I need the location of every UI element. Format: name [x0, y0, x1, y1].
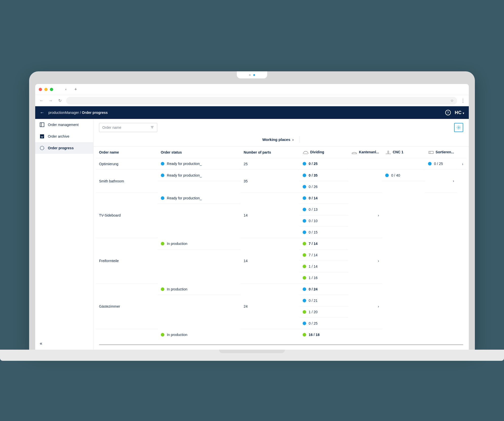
status-label: Ready for production_: [167, 162, 202, 166]
filter-order-name[interactable]: Order name: [99, 123, 157, 132]
horizontal-scroll-track[interactable]: [99, 344, 463, 345]
sidebar-collapse-icon[interactable]: «: [40, 341, 42, 346]
brand-menu[interactable]: HC▾: [455, 110, 464, 115]
progress-value: 7 / 14: [309, 242, 318, 246]
progress-value: 0 / 24: [309, 287, 318, 291]
table-wrap[interactable]: Order name Order status Number of parts …: [96, 146, 466, 338]
progress-dot-icon: [303, 253, 306, 257]
tab-close-icon[interactable]: ×: [65, 88, 67, 91]
cell-num-parts: 25: [241, 158, 300, 170]
cell-order-status: Ready for production_: [158, 158, 241, 170]
browser-tab[interactable]: ×: [58, 86, 70, 94]
chevron-right-icon: ›: [453, 179, 454, 183]
settings-button[interactable]: [454, 123, 463, 132]
sidebar-item-label: Order archive: [48, 134, 69, 138]
cell-progress: 0 / 25: [300, 158, 348, 170]
svg-rect-0: [40, 123, 44, 127]
table-row[interactable]: FreiformteileIn production147 / 147 / 14…: [96, 238, 466, 284]
tabbar: Working places ›: [93, 136, 469, 146]
col-order-status[interactable]: Order status: [158, 146, 241, 158]
breadcrumb-root[interactable]: productionManager: [48, 111, 79, 115]
browser-tabstrip: × +: [35, 84, 469, 95]
sidebar-item-order-management[interactable]: Order management: [35, 119, 93, 131]
cell-num-parts: 35: [241, 170, 300, 193]
tab-working-places[interactable]: Working places ›: [262, 137, 294, 142]
status-dot-icon: [161, 242, 164, 245]
progress-dot-icon: [303, 299, 306, 302]
svg-rect-11: [388, 151, 389, 153]
laptop-notch: [237, 71, 267, 78]
progress-dot-icon: [303, 276, 306, 280]
window-minimize-icon[interactable]: [44, 88, 48, 91]
progress-value: 16 / 18: [309, 333, 320, 337]
nav-back-icon[interactable]: ←: [39, 98, 44, 103]
sidebar-item-order-archive[interactable]: Order archive: [35, 131, 93, 142]
window-maximize-icon[interactable]: [50, 88, 53, 91]
progress-dot-icon: [428, 162, 432, 165]
status-label: Ready for production_: [167, 173, 202, 177]
nav-forward-icon[interactable]: →: [48, 98, 53, 103]
cell-progress: 0 / 14: [300, 193, 348, 204]
sidebar-item-order-progress[interactable]: Order progress: [35, 142, 93, 154]
progress-dot-icon: [303, 208, 306, 211]
col-station-cnc1[interactable]: CNC 1: [382, 146, 425, 158]
nav-reload-icon[interactable]: ↻: [57, 98, 63, 103]
cell-progress: 16 / 18: [300, 329, 348, 338]
row-expand-button[interactable]: ›: [348, 193, 382, 238]
archive-icon: [40, 134, 44, 139]
row-expand-button[interactable]: ›: [425, 170, 457, 193]
cell-order-status: In production: [158, 238, 241, 249]
row-expand-button[interactable]: ›: [457, 158, 466, 170]
table-row[interactable]: Smith bathroomReady for production_350 /…: [96, 170, 466, 193]
url-field[interactable]: ☆: [66, 97, 457, 104]
cell-progress: 0 / 15: [300, 227, 348, 238]
status-dot-icon: [161, 162, 164, 165]
row-expand-button[interactable]: ›: [348, 284, 382, 329]
col-order-name[interactable]: Order name: [96, 146, 158, 158]
col-station-kantenanl[interactable]: Kantenanl...: [348, 146, 382, 158]
table-row[interactable]: GästezimmerIn production240 / 240 / 211 …: [96, 284, 466, 329]
status-label: In production: [167, 287, 187, 291]
cell-progress: 0 / 24: [300, 284, 348, 295]
help-icon[interactable]: ?: [445, 110, 451, 115]
cell-progress: [348, 170, 382, 193]
screen: × + ← → ↻ ☆ ⋮ ← productionManager / Orde…: [35, 84, 469, 350]
window-close-icon[interactable]: [39, 88, 42, 91]
progress-value: 0 / 14: [309, 196, 318, 200]
cell-order-name: Gästezimmer: [96, 284, 158, 329]
progress-dot-icon: [303, 310, 306, 314]
col-station-sortieren[interactable]: Sortieren...: [425, 146, 457, 158]
status-dot-icon: [161, 333, 164, 336]
sort-icon: [428, 150, 434, 154]
progress-dot-icon: [303, 185, 306, 188]
main-content: Order name Working places ›: [93, 119, 469, 350]
col-station-dividing[interactable]: Dividing: [300, 146, 348, 158]
app-back-icon[interactable]: ←: [40, 110, 44, 115]
browser-menu-icon[interactable]: ⋮: [461, 98, 465, 103]
cell-progress: [382, 158, 425, 170]
table-row[interactable]: TV-SideboardReady for production_140 / 1…: [96, 193, 466, 238]
table-row[interactable]: OptimierungReady for production_250 / 25…: [96, 158, 466, 170]
cell-progress: 7 / 14: [300, 249, 348, 261]
cell-progress: 0 / 25: [300, 318, 348, 329]
filter-icon: [150, 125, 154, 130]
row-expand-button[interactable]: ›: [348, 329, 382, 338]
progress-value: 0 / 25: [309, 162, 318, 166]
tab-label: Working places: [262, 137, 290, 142]
cell-order-name: TV-Sideboard: [96, 193, 158, 238]
cell-order-status: In production: [158, 284, 241, 295]
progress-dot-icon: [303, 322, 306, 325]
bookmark-star-icon[interactable]: ☆: [450, 98, 454, 103]
col-num-parts[interactable]: Number of parts: [241, 146, 300, 158]
progress-dot-icon: [303, 174, 306, 177]
row-expand-button[interactable]: ›: [348, 238, 382, 284]
orders-table: Order name Order status Number of parts …: [96, 146, 466, 338]
new-tab-button[interactable]: +: [73, 87, 79, 92]
table-row[interactable]: Lowboard + RegalIn production1816 / 1814…: [96, 329, 466, 338]
progress-value: 0 / 13: [309, 207, 318, 212]
breadcrumb: productionManager / Order progress: [48, 111, 108, 115]
progress-value: 0 / 21: [309, 299, 318, 303]
cell-order-status: Ready for production_: [158, 170, 241, 181]
progress-dot-icon: [303, 265, 306, 268]
cell-num-parts: 24: [241, 284, 300, 329]
